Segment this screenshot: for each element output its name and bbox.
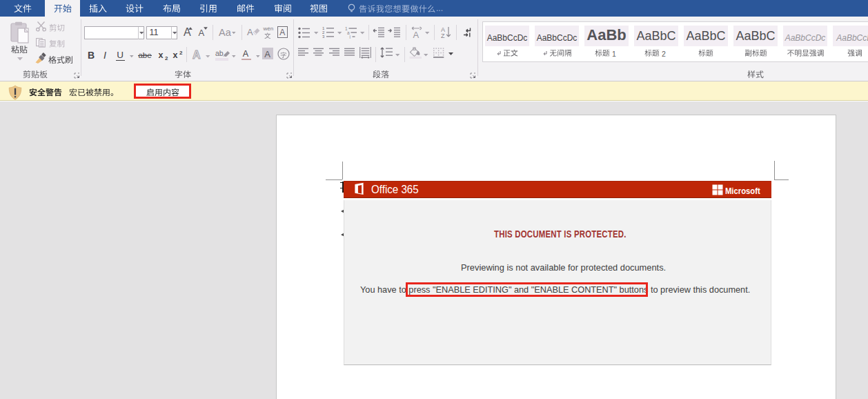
svg-text:i: i <box>350 35 351 39</box>
svg-text:3: 3 <box>322 35 325 39</box>
svg-text:A: A <box>413 30 420 39</box>
svg-text:Z: Z <box>441 32 445 39</box>
